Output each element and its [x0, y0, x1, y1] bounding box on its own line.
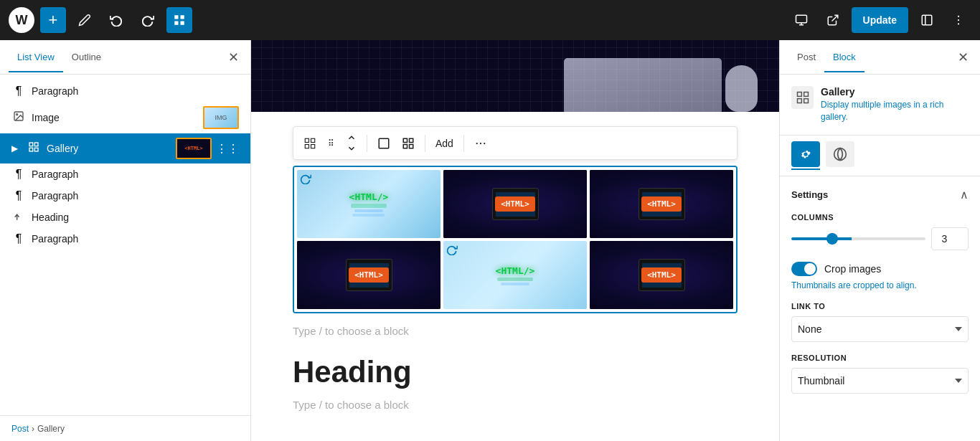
- block-item-label: Image: [32, 112, 60, 123]
- columns-input[interactable]: [931, 227, 969, 250]
- link-to-label: LINK TO: [791, 302, 969, 310]
- columns-slider[interactable]: [791, 237, 925, 240]
- drag-handle-button[interactable]: ⠿: [324, 136, 339, 151]
- expand-icon: ▶: [11, 143, 18, 153]
- tab-post[interactable]: Post: [788, 43, 824, 72]
- breadcrumb-separator: ›: [32, 424, 34, 434]
- view-mode-button[interactable]: [788, 7, 814, 33]
- update-button[interactable]: Update: [852, 7, 908, 33]
- top-bar-right: Update: [788, 7, 971, 33]
- settings-tab[interactable]: [791, 141, 820, 167]
- block-item-label: Gallery: [47, 143, 78, 154]
- svg-point-10: [958, 16, 959, 17]
- main-layout: List View Outline ✕ ¶ Paragraph Image: [0, 40, 980, 441]
- tab-outline[interactable]: Outline: [63, 43, 110, 72]
- more-options-button[interactable]: [946, 7, 971, 33]
- gallery-block[interactable]: <HTML/> <HTM: [293, 166, 738, 313]
- svg-point-30: [480, 142, 481, 143]
- svg-rect-0: [174, 15, 178, 19]
- heading-block[interactable]: Heading: [293, 354, 738, 390]
- type-prompt-1[interactable]: Type / to choose a block: [293, 325, 738, 337]
- external-link-button[interactable]: [820, 7, 846, 33]
- add-block-button[interactable]: +: [40, 7, 66, 33]
- svg-point-29: [476, 142, 478, 143]
- crop-button[interactable]: [397, 134, 419, 153]
- right-panel-tabs: Post Block ✕: [780, 40, 980, 75]
- crop-toggle[interactable]: [791, 262, 817, 276]
- svg-rect-15: [29, 143, 33, 146]
- pen-tool-button[interactable]: [72, 7, 98, 33]
- crop-toggle-row: Crop images: [791, 262, 969, 276]
- svg-rect-3: [181, 22, 184, 25]
- redo-button[interactable]: [135, 7, 161, 33]
- columns-control: COLUMNS: [791, 213, 969, 250]
- svg-rect-20: [305, 138, 308, 142]
- more-options-button[interactable]: [470, 134, 491, 153]
- block-name: Gallery: [821, 86, 969, 98]
- block-info: Gallery Display multiple images in a ric…: [780, 75, 980, 136]
- image-thumbnail: IMG: [203, 106, 239, 129]
- resolution-field: RESOLUTION Thumbnail Medium Large Full S…: [791, 354, 969, 394]
- svg-rect-23: [311, 144, 315, 148]
- block-toolbar: ⠿ Add: [293, 126, 738, 160]
- resolution-select[interactable]: Thumbnail Medium Large Full Size: [791, 368, 969, 394]
- block-type-button[interactable]: [299, 134, 321, 153]
- settings-title: Settings: [791, 189, 828, 200]
- range-row: [791, 227, 969, 250]
- gallery-drag-handle[interactable]: ⋮⋮: [216, 142, 239, 156]
- block-editor-toggle[interactable]: [166, 7, 192, 33]
- gallery-grid: <HTML/> <HTM: [294, 167, 736, 312]
- breadcrumb: Post › Gallery: [0, 415, 250, 441]
- block-item-label: Paragraph: [32, 190, 78, 201]
- svg-rect-8: [922, 15, 932, 25]
- wordpress-logo[interactable]: W: [9, 7, 34, 33]
- svg-rect-16: [34, 143, 38, 146]
- list-item[interactable]: ¶ Paragraph: [0, 80, 250, 102]
- settings-sidebar-toggle[interactable]: [914, 7, 940, 33]
- canvas-area[interactable]: ⠿ Add: [251, 40, 779, 441]
- svg-rect-4: [796, 15, 806, 23]
- block-info-text: Gallery Display multiple images in a ric…: [821, 86, 969, 123]
- paragraph-icon: ¶: [11, 232, 26, 245]
- svg-rect-24: [379, 138, 389, 148]
- add-button[interactable]: Add: [431, 135, 458, 152]
- refresh-icon: [300, 173, 311, 187]
- breadcrumb-gallery: Gallery: [37, 424, 65, 434]
- undo-button[interactable]: [103, 7, 129, 33]
- type-prompt-2[interactable]: Type / to choose a block: [293, 399, 738, 411]
- svg-point-31: [484, 142, 485, 143]
- list-item[interactable]: ¶ Paragraph: [0, 163, 250, 185]
- list-item-gallery[interactable]: ▶ Gallery <HTML> ⋮⋮: [0, 133, 250, 163]
- html-tag: <HTML>: [641, 267, 682, 283]
- svg-rect-1: [181, 15, 184, 19]
- top-bar: W + Update: [0, 0, 980, 40]
- list-item[interactable]: Heading: [0, 207, 250, 228]
- list-item[interactable]: ¶ Paragraph: [0, 185, 250, 207]
- right-panel-close[interactable]: ✕: [955, 47, 971, 68]
- list-item[interactable]: ¶ Paragraph: [0, 228, 250, 250]
- svg-rect-35: [804, 99, 808, 103]
- image-icon: [11, 110, 26, 125]
- breadcrumb-post[interactable]: Post: [11, 424, 29, 434]
- link-to-field: LINK TO None Media File Attachment Page: [791, 302, 969, 342]
- block-item-label: Paragraph: [32, 169, 78, 180]
- top-image-area: [251, 40, 779, 112]
- gallery-cell: <HTML>: [297, 241, 440, 309]
- list-item[interactable]: Image IMG: [0, 102, 250, 133]
- styles-tab[interactable]: [826, 141, 854, 167]
- crop-toggle-section: Crop images Thumbnails are cropped to al…: [791, 262, 969, 290]
- paragraph-icon: ¶: [11, 85, 26, 98]
- move-up-button[interactable]: [342, 130, 361, 156]
- align-full-button[interactable]: [373, 134, 395, 153]
- panel-close-button[interactable]: ✕: [225, 47, 242, 68]
- settings-collapse-button[interactable]: ∧: [960, 188, 969, 201]
- gallery-cell: <HTML/>: [443, 241, 587, 309]
- link-to-select[interactable]: None Media File Attachment Page: [791, 316, 969, 342]
- block-list: ¶ Paragraph Image IMG: [0, 75, 250, 415]
- tab-list-view[interactable]: List View: [9, 43, 63, 72]
- tab-block[interactable]: Block: [824, 43, 864, 72]
- gallery-cell: <HTML/>: [297, 170, 440, 238]
- svg-point-14: [17, 114, 18, 115]
- paragraph-icon: ¶: [11, 168, 26, 181]
- svg-rect-27: [403, 144, 407, 148]
